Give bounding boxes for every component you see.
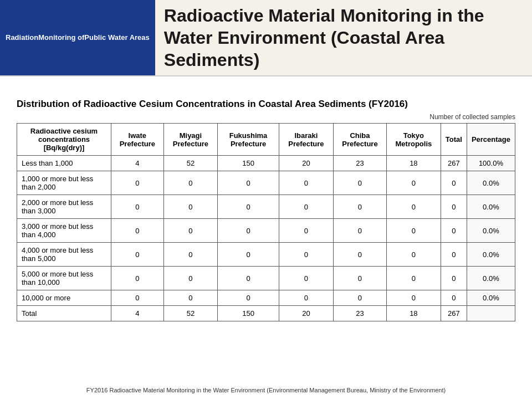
row-label-4: 4,000 or more but less than 5,000: [17, 243, 111, 267]
badge-text2: Monitoring of: [38, 33, 84, 43]
page-title: Radioactive Material Monitoring in the W…: [164, 4, 523, 71]
cell-7-1: 52: [163, 306, 218, 321]
col-header-miyagi: Miyagi Prefecture: [163, 124, 218, 156]
col-header-chiba: Chiba Prefecture: [333, 124, 386, 156]
cell-1-2: 0: [218, 171, 279, 195]
cell-7-3: 20: [279, 306, 333, 321]
cell-2-3: 0: [279, 195, 333, 219]
footer: FY2016 Radioactive Material Monitoring i…: [0, 387, 532, 393]
col-header-ibaraki: Ibaraki Prefecture: [279, 124, 333, 156]
cell-3-2: 0: [218, 219, 279, 243]
table-row: 4,000 or more but less than 5,0000000000…: [17, 243, 515, 267]
cell-0-0: 4: [111, 156, 164, 171]
cell-2-5: 0: [386, 195, 441, 219]
cell-5-5: 0: [386, 267, 441, 290]
cell-2-2: 0: [218, 195, 279, 219]
cell-6-3: 0: [279, 290, 333, 306]
cell-5-4: 0: [333, 267, 386, 290]
cell-4-7: 0.0%: [467, 243, 515, 267]
cell-0-3: 20: [279, 156, 333, 171]
cell-1-4: 0: [333, 171, 386, 195]
cell-3-1: 0: [163, 219, 218, 243]
cell-3-4: 0: [333, 219, 386, 243]
table-row: 5,000 or more but less than 10,000000000…: [17, 267, 515, 290]
badge-text: Radiation: [6, 33, 38, 43]
cell-7-6: 267: [441, 306, 467, 321]
cell-3-6: 0: [441, 219, 467, 243]
footer-text: FY2016 Radioactive Material Monitoring i…: [86, 387, 446, 393]
header-title-area: Radioactive Material Monitoring in the W…: [155, 0, 532, 75]
cell-1-3: 0: [279, 171, 333, 195]
cell-7-7: [467, 306, 515, 321]
row-label-0: Less than 1,000: [17, 156, 111, 171]
row-label-5: 5,000 or more but less than 10,000: [17, 267, 111, 290]
col-header-total: Total: [441, 124, 467, 156]
cell-2-7: 0.0%: [467, 195, 515, 219]
cell-5-1: 0: [163, 267, 218, 290]
cell-6-7: 0.0%: [467, 290, 515, 306]
table-row: 3,000 or more but less than 4,0000000000…: [17, 219, 515, 243]
cell-5-0: 0: [111, 267, 164, 290]
table-row: Less than 1,000452150202318267100.0%: [17, 156, 515, 171]
cell-4-5: 0: [386, 243, 441, 267]
col-header-percentage: Percentage: [467, 124, 515, 156]
header-badge: Radiation Monitoring of Public Water Are…: [0, 0, 155, 75]
cell-1-1: 0: [163, 171, 218, 195]
cell-0-4: 23: [333, 156, 386, 171]
row-label-2: 2,000 or more but less than 3,000: [17, 195, 111, 219]
cell-3-5: 0: [386, 219, 441, 243]
cell-2-1: 0: [163, 195, 218, 219]
table-row: 10,000 or more00000000.0%: [17, 290, 515, 306]
main-content: Distribution of Radioactive Cesium Conce…: [0, 76, 532, 327]
cell-1-0: 0: [111, 171, 164, 195]
cell-6-6: 0: [441, 290, 467, 306]
cell-3-3: 0: [279, 219, 333, 243]
table-row: 1,000 or more but less than 2,0000000000…: [17, 171, 515, 195]
cell-6-4: 0: [333, 290, 386, 306]
data-table: Radioactive cesium concentrations [Bq/kg…: [17, 123, 515, 321]
cell-3-7: 0.0%: [467, 219, 515, 243]
cell-6-5: 0: [386, 290, 441, 306]
cell-6-1: 0: [163, 290, 218, 306]
row-label-7: Total: [17, 306, 111, 321]
cell-2-6: 0: [441, 195, 467, 219]
cell-1-6: 0: [441, 171, 467, 195]
cell-5-2: 0: [218, 267, 279, 290]
cell-4-1: 0: [163, 243, 218, 267]
cell-4-4: 0: [333, 243, 386, 267]
row-label-6: 10,000 or more: [17, 290, 111, 306]
header: Radiation Monitoring of Public Water Are…: [0, 0, 532, 76]
cell-0-6: 267: [441, 156, 467, 171]
col-header-fukushima: Fukushima Prefecture: [218, 124, 279, 156]
section-title: Distribution of Radioactive Cesium Conce…: [17, 99, 515, 110]
cell-2-4: 0: [333, 195, 386, 219]
cell-7-0: 4: [111, 306, 164, 321]
cell-7-2: 150: [218, 306, 279, 321]
cell-7-4: 23: [333, 306, 386, 321]
col-header-label: Radioactive cesium concentrations [Bq/kg…: [17, 124, 111, 156]
sample-note: Number of collected samples: [17, 113, 515, 121]
row-label-1: 1,000 or more but less than 2,000: [17, 171, 111, 195]
cell-0-1: 52: [163, 156, 218, 171]
col-header-tokyo: Tokyo Metropolis: [386, 124, 441, 156]
cell-2-0: 0: [111, 195, 164, 219]
cell-5-3: 0: [279, 267, 333, 290]
cell-5-6: 0: [441, 267, 467, 290]
cell-7-5: 18: [386, 306, 441, 321]
cell-4-0: 0: [111, 243, 164, 267]
cell-0-5: 18: [386, 156, 441, 171]
cell-4-2: 0: [218, 243, 279, 267]
cell-5-7: 0.0%: [467, 267, 515, 290]
table-row: 2,000 or more but less than 3,0000000000…: [17, 195, 515, 219]
cell-0-7: 100.0%: [467, 156, 515, 171]
cell-6-2: 0: [218, 290, 279, 306]
cell-0-2: 150: [218, 156, 279, 171]
cell-1-5: 0: [386, 171, 441, 195]
cell-4-3: 0: [279, 243, 333, 267]
cell-3-0: 0: [111, 219, 164, 243]
col-header-iwate: Iwate Prefecture: [111, 124, 164, 156]
cell-4-6: 0: [441, 243, 467, 267]
row-label-3: 3,000 or more but less than 4,000: [17, 219, 111, 243]
table-row: Total452150202318267: [17, 306, 515, 321]
cell-6-0: 0: [111, 290, 164, 306]
